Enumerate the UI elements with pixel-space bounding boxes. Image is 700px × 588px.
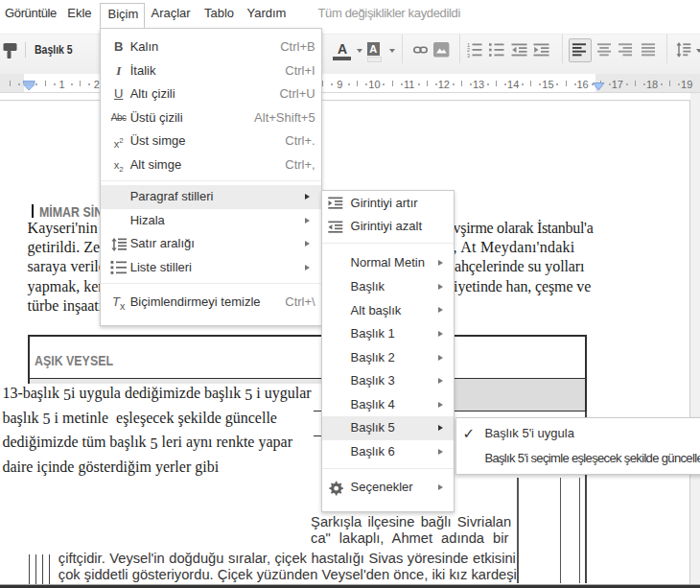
svg-text:3: 3 bbox=[467, 53, 470, 58]
